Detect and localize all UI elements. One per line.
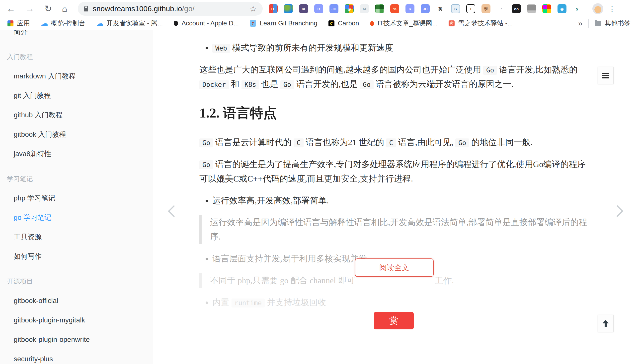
- section-heading-language-features: 1.2. 语言特点: [199, 105, 588, 121]
- quote-efficiency: 运行效率高是因为编译性语言与解释性语言相比,开发高效是语法简单,部署简单是直接部…: [199, 215, 588, 244]
- refresh-icon[interactable]: ↻: [44, 4, 52, 13]
- browser-toolbar: ← → ↻ ⌂ snowdreams1006.github.io/go/ ☆ F…: [0, 0, 638, 18]
- bookmark-label: 雪之梦技术驿站 -...: [458, 19, 513, 28]
- read-full-article-button[interactable]: 阅读全文: [355, 258, 434, 277]
- next-page-chevron-icon[interactable]: [611, 205, 623, 217]
- xue-stamp-extension-icon[interactable]: 學: [481, 4, 490, 13]
- home-icon[interactable]: ⌂: [62, 4, 67, 13]
- apple-icon: [174, 21, 178, 26]
- sidebar-item-gitbook-plugin-openwrite[interactable]: gitbook-plugin-openwrite: [0, 330, 153, 349]
- eye-extension-icon[interactable]: ◉: [557, 4, 566, 13]
- bookmark-label: 应用: [17, 19, 30, 28]
- profile-avatar[interactable]: [592, 3, 603, 14]
- bookmark-apple-account[interactable]: Account - Apple D...: [174, 20, 239, 27]
- sidebar-item-gitbook-plugin-mygitalk[interactable]: gitbook-plugin-mygitalk: [0, 310, 153, 330]
- r-hexagon2-extension-icon[interactable]: R: [406, 4, 415, 13]
- sidebar-item-git-tutorial[interactable]: git 入门教程: [0, 86, 153, 105]
- inline-code: Go: [199, 160, 213, 169]
- fe-extension-icon[interactable]: FE: [269, 4, 278, 13]
- inline-code: Go: [455, 138, 469, 148]
- bookmark-label: 概览-控制台: [51, 19, 86, 28]
- inline-code: Go: [280, 80, 294, 89]
- gauge-extension-icon[interactable]: ◔: [497, 4, 506, 13]
- bookmark-learn-git-branching[interactable]: Learn Git Branching: [250, 20, 317, 27]
- bookmark-snowdreams-station[interactable]: 雪之梦技术驿站 -...: [449, 19, 513, 28]
- prev-page-chevron-icon[interactable]: [168, 205, 180, 217]
- flame-icon: [370, 21, 374, 26]
- feather-extension-icon[interactable]: y: [573, 4, 582, 13]
- bullet-efficiency: 运行效率高,开发高效,部署简单.: [212, 194, 588, 208]
- forward-icon[interactable]: →: [26, 4, 34, 13]
- owl-extension-icon[interactable]: oo: [512, 4, 521, 13]
- color-grid-extension-icon[interactable]: [542, 4, 551, 13]
- toc-menu-button[interactable]: [598, 67, 613, 84]
- bookmarks-overflow-chevron[interactable]: »: [578, 19, 582, 28]
- bookmark-dev-lab-tencent[interactable]: 开发者实验室 - 腾...: [96, 19, 163, 28]
- inline-code: Docker: [199, 80, 229, 89]
- cloud-icon: [41, 20, 47, 27]
- sidebar-item-how-to-write[interactable]: 如何写作: [0, 247, 153, 266]
- sidebar-item-tools-resources[interactable]: 工具资源: [0, 227, 153, 247]
- jh-extension-icon[interactable]: JH: [330, 4, 339, 13]
- sidebar-item-security-plus[interactable]: security-plus: [0, 349, 153, 364]
- bookmark-apps[interactable]: 应用: [8, 19, 30, 28]
- bookmark-label: Carbon: [338, 20, 359, 27]
- sidebar-item-markdown-tutorial[interactable]: markdown 入门教程: [0, 66, 153, 86]
- bookmark-imooc-it-articles[interactable]: IT技术文章_慕课网...: [370, 19, 438, 28]
- idm-globe-extension-icon[interactable]: [284, 4, 293, 13]
- inline-code: Go: [360, 80, 374, 89]
- sidebar-item-intro[interactable]: 简介: [0, 30, 153, 42]
- up-arrow-icon: [603, 320, 608, 324]
- bookmark-label: IT技术文章_慕课网...: [378, 19, 438, 28]
- bookmarks-separator: [588, 19, 589, 28]
- jh2-extension-icon[interactable]: JH: [421, 4, 430, 13]
- inline-code: Web: [212, 44, 230, 53]
- lock-icon: [84, 8, 88, 12]
- chrome-wheel-extension-icon[interactable]: ◎: [345, 4, 354, 13]
- sidebar-section-open-source: 开源项目: [0, 272, 153, 291]
- bullet-web-scale: Web 模式导致的前所未有的开发规模和更新速度: [212, 40, 588, 55]
- capture-crop-extension-icon[interactable]: +: [466, 4, 475, 13]
- sidebar-item-php-notes[interactable]: php 学习笔记: [0, 188, 153, 208]
- git-branch-icon: [250, 20, 256, 27]
- inline-code: C: [386, 138, 396, 148]
- other-bookmarks-label: 其他书签: [605, 19, 630, 28]
- monitor-extension-icon[interactable]: [527, 4, 536, 13]
- back-to-top-button[interactable]: [598, 315, 613, 332]
- browser-menu-icon[interactable]: ⋮: [608, 4, 616, 13]
- shield-m-extension-icon[interactable]: M: [360, 4, 369, 13]
- apps-grid-icon: [8, 20, 14, 26]
- other-bookmarks-button[interactable]: 其他书签: [595, 19, 630, 28]
- s-blue-extension-icon[interactable]: S: [451, 4, 460, 13]
- sidebar-item-java8-features[interactable]: java8新特性: [0, 144, 153, 164]
- bookmarks-bar: 应用 概览-控制台 开发者实验室 - 腾... Account - Apple …: [0, 18, 638, 30]
- bookmark-label: Account - Apple D...: [181, 20, 239, 27]
- sidebar-item-gitbook-tutorial[interactable]: gitbook 入门教程: [0, 125, 153, 144]
- para-companies: 这些也是广大的互联网公司遇到的问题,越来越多的国内公司也开始广泛使用 Go 语言…: [199, 62, 588, 91]
- sidebar-item-go-notes[interactable]: go 学习笔记: [0, 208, 153, 227]
- feature-list-top: Web 模式导致的前所未有的开发规模和更新速度: [199, 40, 588, 55]
- inline-code: K8s: [241, 80, 259, 89]
- extensions-row: FE IA R JH ◎: [269, 4, 582, 13]
- translate-extension-icon[interactable]: 英: [436, 4, 445, 13]
- green-cubes-extension-icon[interactable]: [375, 4, 384, 13]
- ia-extension-icon[interactable]: IA: [299, 4, 308, 13]
- back-icon[interactable]: ←: [7, 4, 16, 13]
- bookmark-overview-console[interactable]: 概览-控制台: [41, 19, 86, 28]
- bookmark-carbon[interactable]: Carbon: [329, 20, 359, 27]
- inline-code: runtime: [231, 298, 265, 308]
- cloud-icon: [96, 20, 103, 27]
- address-bar[interactable]: snowdreams1006.github.io/go/ ☆: [78, 2, 263, 16]
- sidebar-item-gitbook-official[interactable]: gitbook-official: [0, 291, 153, 310]
- code-red-extension-icon[interactable]: %: [390, 4, 399, 13]
- carbon-icon: [329, 20, 335, 26]
- folder-icon: [595, 21, 601, 26]
- reward-button[interactable]: 赏: [374, 312, 414, 330]
- bookmark-label: 开发者实验室 - 腾...: [106, 19, 163, 28]
- jian-icon: [449, 20, 455, 26]
- bookmark-star-icon[interactable]: ☆: [249, 4, 257, 14]
- sidebar-section-tutorials: 入门教程: [0, 47, 153, 66]
- r-hexagon-extension-icon[interactable]: R: [314, 4, 323, 13]
- url-path: /go/: [182, 4, 195, 13]
- sidebar-item-github-tutorial[interactable]: github 入门教程: [0, 105, 153, 125]
